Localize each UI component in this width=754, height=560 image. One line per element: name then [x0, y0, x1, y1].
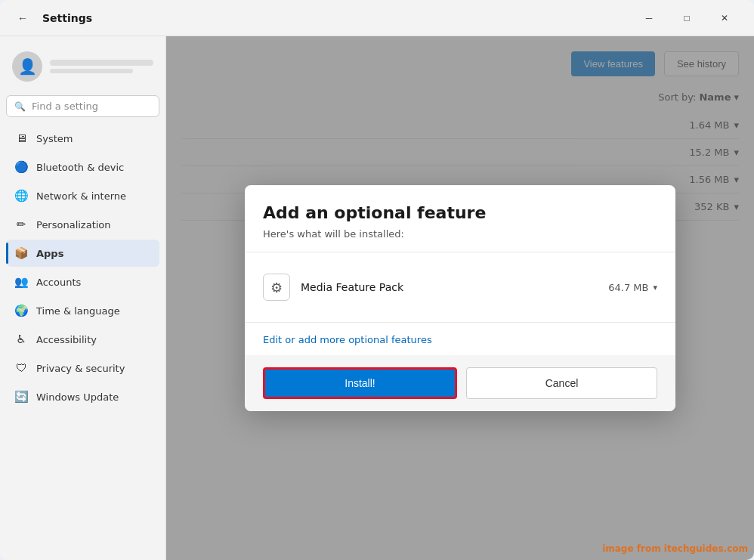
content-area: View features See history Sort by: Name … — [166, 36, 754, 560]
feature-name: Media Feature Pack — [301, 281, 598, 293]
sidebar-item-label: Time & language — [36, 305, 120, 317]
apps-icon: 📦 — [14, 246, 29, 261]
sidebar-item-time[interactable]: 🌍 Time & language — [6, 297, 159, 324]
avatar: 👤 — [12, 51, 42, 82]
sidebar-item-label: Accounts — [36, 277, 81, 288]
modal-overlay[interactable]: Add an optional feature Here's what will… — [166, 36, 754, 560]
minimize-button[interactable]: ─ — [632, 6, 666, 30]
sidebar-item-label: Privacy & security — [36, 363, 125, 374]
feature-size-value: 64.7 MB — [608, 282, 648, 293]
install-button[interactable]: Install! — [263, 367, 457, 399]
sidebar-item-apps[interactable]: 📦 Apps — [6, 240, 159, 267]
sidebar-item-label: Accessibility — [36, 334, 97, 345]
gear-icon: ⚙ — [270, 280, 283, 295]
add-optional-feature-dialog: Add an optional feature Here's what will… — [245, 185, 675, 411]
sidebar-item-accounts[interactable]: 👥 Accounts — [6, 268, 159, 295]
sidebar-item-bluetooth[interactable]: 🔵 Bluetooth & devic — [6, 153, 159, 181]
user-info — [50, 60, 153, 73]
back-button[interactable]: ← — [12, 8, 33, 29]
privacy-icon: 🛡 — [14, 360, 29, 376]
dialog-footer-link: Edit or add more optional features — [245, 322, 675, 355]
settings-window: ← Settings ─ □ ✕ 👤 🔍 Find — [0, 0, 754, 560]
maximize-button[interactable]: □ — [669, 6, 704, 30]
time-icon: 🌍 — [14, 303, 29, 318]
search-box[interactable]: 🔍 Find a setting — [6, 95, 159, 117]
windows-update-icon: 🔄 — [14, 389, 29, 404]
watermark: image from itechguides.com — [602, 543, 748, 554]
personalization-icon: ✏️ — [14, 217, 29, 232]
feature-item: ⚙ Media Feature Pack 64.7 MB ▾ — [263, 265, 657, 310]
sidebar-item-privacy[interactable]: 🛡 Privacy & security — [6, 354, 159, 382]
accessibility-icon: ♿ — [14, 332, 29, 347]
accounts-icon: 👥 — [14, 274, 29, 289]
title-bar-controls: ─ □ ✕ — [632, 6, 742, 30]
user-section: 👤 — [6, 45, 159, 88]
chevron-down-icon[interactable]: ▾ — [653, 283, 657, 292]
bluetooth-icon: 🔵 — [14, 159, 29, 175]
avatar-icon: 👤 — [18, 57, 37, 76]
window-title: Settings — [42, 12, 92, 24]
main-layout: 👤 🔍 Find a setting 🖥 System 🔵 Bluetooth … — [0, 36, 754, 560]
dialog-actions: Install! Cancel — [245, 355, 675, 411]
cancel-button[interactable]: Cancel — [466, 367, 657, 399]
user-name — [50, 60, 153, 66]
feature-size-dialog: 64.7 MB ▾ — [608, 282, 657, 293]
sidebar-item-network[interactable]: 🌐 Network & interne — [6, 182, 159, 209]
sidebar-item-label: Personalization — [36, 219, 111, 230]
dialog-subtitle: Here's what will be installed: — [263, 228, 657, 240]
dialog-body: ⚙ Media Feature Pack 64.7 MB ▾ — [245, 252, 675, 322]
sidebar: 👤 🔍 Find a setting 🖥 System 🔵 Bluetooth … — [0, 36, 166, 560]
sidebar-item-label: Windows Update — [36, 391, 119, 403]
dialog-title: Add an optional feature — [263, 203, 657, 222]
back-icon: ← — [17, 12, 28, 24]
title-bar-left: ← Settings — [12, 8, 632, 29]
network-icon: 🌐 — [14, 188, 29, 203]
user-sub — [50, 69, 133, 73]
sidebar-item-personalization[interactable]: ✏️ Personalization — [6, 211, 159, 238]
sidebar-item-label: Network & interne — [36, 190, 126, 202]
title-bar: ← Settings ─ □ ✕ — [0, 0, 754, 36]
sidebar-item-system[interactable]: 🖥 System — [6, 125, 159, 152]
close-button[interactable]: ✕ — [707, 6, 742, 30]
dialog-header: Add an optional feature Here's what will… — [245, 185, 675, 252]
search-icon: 🔍 — [14, 101, 26, 112]
system-icon: 🖥 — [14, 131, 29, 146]
sidebar-item-label: Bluetooth & devic — [36, 162, 124, 173]
feature-gear-icon: ⚙ — [263, 274, 290, 301]
search-placeholder: Find a setting — [32, 101, 98, 112]
sidebar-item-accessibility[interactable]: ♿ Accessibility — [6, 326, 159, 353]
sidebar-item-label: System — [36, 133, 73, 144]
sidebar-item-windows-update[interactable]: 🔄 Windows Update — [6, 383, 159, 410]
sidebar-item-label: Apps — [36, 248, 63, 259]
edit-optional-features-link[interactable]: Edit or add more optional features — [263, 334, 432, 345]
